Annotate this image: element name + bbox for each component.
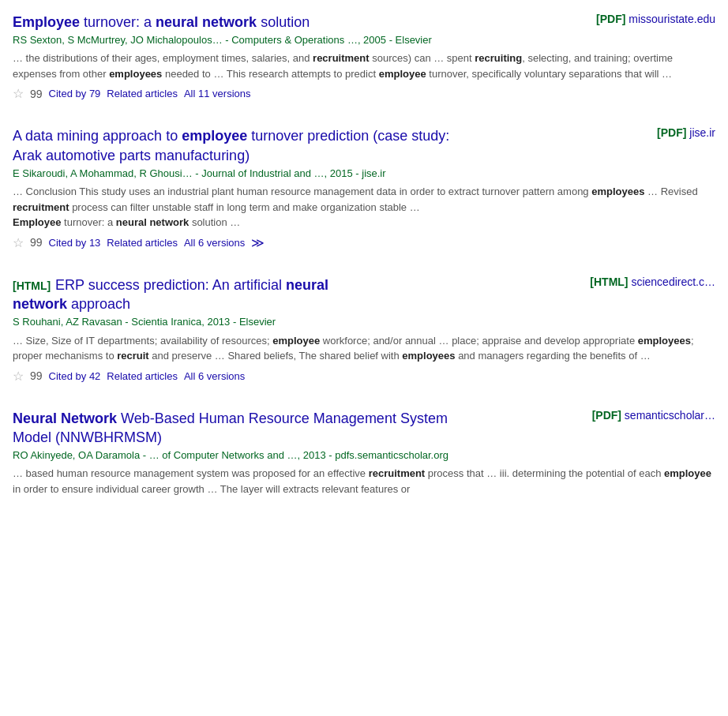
more-icon-2[interactable]: ≫ <box>251 235 265 250</box>
cited-by-link-3[interactable]: Cited by 42 <box>49 370 101 382</box>
html-tag-label: [HTML] <box>13 279 54 292</box>
pdf-domain-4: semanticscholar… <box>625 409 715 422</box>
related-articles-link-2[interactable]: Related articles <box>107 237 178 249</box>
result-snippet-3: … Size, Size of IT departments; availabi… <box>13 333 715 364</box>
result-authors-2: E Sikaroudi, A Mohammad, R Ghousi… - Jou… <box>13 167 715 181</box>
result-header-1: Employee turnover: a neural network solu… <box>13 13 715 32</box>
pdf-label-2: [PDF] <box>657 126 689 139</box>
pdf-domain-3: sciencedirect.c… <box>631 276 715 288</box>
star-icon[interactable]: ☆ <box>13 86 24 101</box>
star-icon[interactable]: ☆ <box>13 369 24 384</box>
results-container: Employee turnover: a neural network solu… <box>13 13 715 503</box>
author-link[interactable]: RS Sexton <box>13 34 62 46</box>
pdf-link-4[interactable]: [PDF] semanticscholar… <box>592 409 715 422</box>
pdf-label-1: [PDF] <box>596 13 629 25</box>
quote-icon[interactable]: 99 <box>30 369 43 382</box>
versions-link-1[interactable]: All 11 versions <box>184 88 251 99</box>
cited-by-link-2[interactable]: Cited by 13 <box>49 237 101 249</box>
result-actions-2: ☆99Cited by 13Related articlesAll 6 vers… <box>13 235 715 250</box>
result-title-1[interactable]: Employee turnover: a neural network solu… <box>13 13 310 32</box>
pdf-domain-2: jise.ir <box>689 126 715 139</box>
quote-icon[interactable]: 99 <box>30 236 43 249</box>
cited-by-link-1[interactable]: Cited by 79 <box>49 88 101 99</box>
result-header-2: A data mining approach to employee turno… <box>13 126 715 165</box>
result-authors-1: RS Sexton, S McMurtrey, JO Michalopoulos… <box>13 33 715 47</box>
quote-icon[interactable]: 99 <box>30 88 43 100</box>
result-snippet-2: … Conclusion This study uses an industri… <box>13 184 715 231</box>
result-actions-1: ☆99Cited by 79Related articlesAll 11 ver… <box>13 86 715 101</box>
versions-link-2[interactable]: All 6 versions <box>184 237 245 249</box>
pdf-link-3[interactable]: [HTML] sciencedirect.c… <box>590 276 715 288</box>
result-title-4[interactable]: Neural Network Web-Based Human Resource … <box>13 409 471 448</box>
result-item-2: A data mining approach to employee turno… <box>13 126 715 256</box>
result-authors-4: RO Akinyede, OA Daramola - … of Computer… <box>13 448 715 463</box>
result-header-4: Neural Network Web-Based Human Resource … <box>13 409 715 448</box>
versions-link-3[interactable]: All 6 versions <box>184 370 245 382</box>
result-item-1: Employee turnover: a neural network solu… <box>13 13 715 107</box>
related-articles-link-3[interactable]: Related articles <box>107 370 178 382</box>
pdf-label-4: [PDF] <box>592 409 625 422</box>
pdf-link-2[interactable]: [PDF] jise.ir <box>657 126 715 139</box>
related-articles-link-1[interactable]: Related articles <box>107 88 178 99</box>
author-link[interactable]: R Ghousi <box>139 167 182 179</box>
result-title-2[interactable]: A data mining approach to employee turno… <box>13 126 471 165</box>
result-actions-3: ☆99Cited by 42Related articlesAll 6 vers… <box>13 369 715 384</box>
pdf-domain-1: missouristate.edu <box>629 13 715 25</box>
result-title-3[interactable]: [HTML] ERP success prediction: An artifi… <box>13 276 328 314</box>
result-item-4: Neural Network Web-Based Human Resource … <box>13 409 715 504</box>
result-header-3: [HTML] ERP success prediction: An artifi… <box>13 276 715 314</box>
result-snippet-1: … the distributions of their ages, emplo… <box>13 51 715 81</box>
result-snippet-4: … based human resource management system… <box>13 466 715 497</box>
pdf-link-1[interactable]: [PDF] missouristate.edu <box>596 13 715 25</box>
result-authors-3: S Rouhani, AZ Ravasan - Scientia Iranica… <box>13 315 715 329</box>
star-icon[interactable]: ☆ <box>13 235 24 250</box>
pdf-label-3: [HTML] <box>590 276 631 288</box>
author-link[interactable]: S McMurtrey <box>67 34 125 46</box>
result-item-3: [HTML] ERP success prediction: An artifi… <box>13 276 715 390</box>
